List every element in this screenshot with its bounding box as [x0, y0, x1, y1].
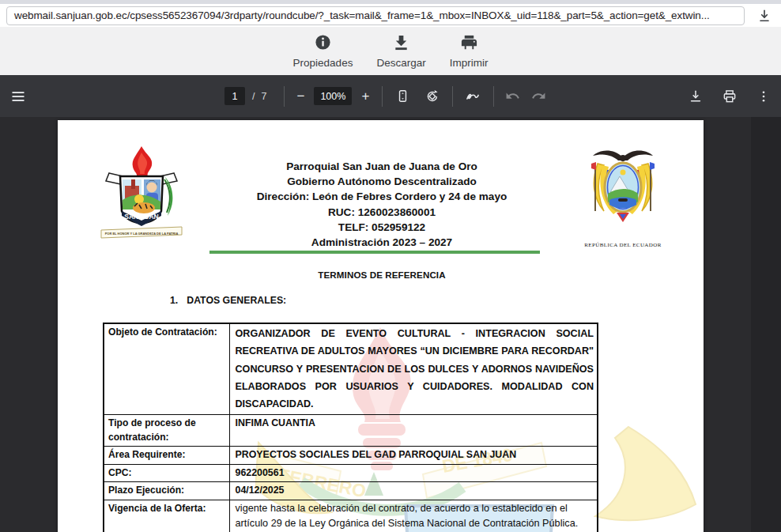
letterhead-line: TELF: 052959122 — [176, 220, 587, 235]
row-label: CPC: — [104, 464, 229, 482]
rotate-icon[interactable] — [424, 89, 440, 104]
separator — [284, 86, 285, 107]
print-icon[interactable] — [722, 89, 738, 104]
address-bar[interactable]: webmail.sanjuan.gob.ec/cpsess5652367094/… — [6, 6, 745, 25]
menu-icon[interactable] — [10, 89, 26, 104]
zoom-in-button[interactable]: + — [361, 89, 369, 103]
url-text: webmail.sanjuan.gob.ec/cpsess5652367094/… — [14, 9, 710, 21]
table-row: CPC: 962200561 — [104, 464, 598, 482]
row-label: Tipo de proceso de contratación: — [104, 415, 229, 447]
page-divider: / — [252, 91, 255, 102]
separator — [382, 86, 383, 107]
row-value: vigente hasta la celebración del contrat… — [229, 500, 598, 532]
ecuador-logo: REPÚBLICA DEL ECUADOR — [579, 146, 666, 248]
table-row: Objeto de Contratación: ORGANIZADOR DE E… — [104, 323, 598, 415]
fit-page-icon[interactable] — [394, 89, 410, 104]
download-icon — [392, 33, 410, 55]
undo-icon[interactable] — [504, 89, 520, 104]
letterhead-line: Dirección: León de Febres Cordero y 24 d… — [176, 189, 587, 204]
table-row: Vigencia de la Oferta: vigente hasta la … — [104, 500, 598, 532]
zoom-level-input[interactable]: 100% — [314, 87, 352, 105]
browser-window: webmail.sanjuan.gob.ec/cpsess5652367094/… — [0, 0, 781, 532]
zoom-out-button[interactable]: − — [296, 89, 304, 103]
row-value: 04/12/2025 — [229, 482, 598, 500]
separator — [493, 86, 494, 107]
row-value: 962200561 — [229, 464, 598, 482]
row-value: PROYECTOS SOCIALES DEL GAD PARROQUIAL SA… — [229, 447, 598, 465]
properties-label: Propiedades — [293, 57, 353, 69]
download-icon[interactable] — [756, 7, 773, 25]
pdf-page: FEBRERO DE 1846 — [58, 120, 704, 532]
republic-label: REPÚBLICA DEL ECUADOR — [579, 242, 666, 248]
letterhead: Parroquial San Juan de Juana de Oro Gobi… — [176, 159, 587, 250]
section-title: DATOS GENERALES: — [187, 295, 286, 306]
section-heading: 1.DATOS GENERALES: — [170, 295, 286, 306]
pdf-viewport: FEBRERO DE 1846 — [0, 117, 781, 532]
row-label: Vigencia de la Oferta: — [104, 500, 229, 532]
svg-text:POR EL HONOR Y LA GRANDEZA DE: POR EL HONOR Y LA GRANDEZA DE LA PATRIA — [105, 232, 179, 236]
row-value: ORGANIZADOR DE EVENTO CULTURAL - INTEGRA… — [229, 323, 598, 415]
zoom-level: 100% — [320, 91, 345, 102]
annotate-icon[interactable] — [465, 89, 481, 104]
page-current: 1 — [232, 91, 238, 102]
redo-icon[interactable] — [530, 89, 546, 104]
download-button[interactable]: Descargar — [376, 33, 425, 69]
info-icon — [314, 33, 332, 55]
separator — [452, 86, 453, 107]
row-label: Plazo Ejecución: — [104, 482, 229, 500]
properties-button[interactable]: Propiedades — [293, 33, 353, 69]
row-label: Objeto de Contratación: — [104, 323, 229, 415]
print-button[interactable]: Imprimir — [450, 33, 489, 69]
datos-generales-table: Objeto de Contratación: ORGANIZADOR DE E… — [103, 323, 598, 532]
address-bar-row: webmail.sanjuan.gob.ec/cpsess5652367094/… — [0, 4, 781, 27]
letterhead-line: Gobierno Autónomo Descentralizado — [176, 174, 587, 189]
letterhead-line: Administración 2023 – 2027 — [176, 235, 587, 250]
document-title: TERMINOS DE REFERENCIA — [176, 270, 587, 280]
section-number: 1. — [170, 295, 178, 306]
svg-text:SAN JUAN: SAN JUAN — [124, 213, 158, 221]
download-icon[interactable] — [688, 89, 704, 104]
scrollbar[interactable] — [751, 117, 781, 532]
table-row: Plazo Ejecución: 04/12/2025 — [104, 482, 598, 500]
print-icon — [460, 33, 478, 55]
row-label: Área Requirente: — [104, 447, 229, 465]
letterhead-line: Parroquial San Juan de Juana de Oro — [176, 159, 587, 174]
page-number-input[interactable]: 1 — [224, 87, 245, 105]
pdf-toolbar: 1 / 7 − 100% + — [0, 75, 781, 117]
letterhead-line: RUC: 1260023860001 — [176, 205, 587, 220]
page-total: 7 — [261, 91, 266, 102]
download-label: Descargar — [376, 57, 425, 69]
san-juan-logo: SAN JUAN POR EL HONOR Y LA GRANDEZA DE L… — [98, 145, 185, 247]
table-row: Tipo de proceso de contratación: INFIMA … — [104, 415, 598, 447]
print-label: Imprimir — [450, 57, 489, 69]
table-row: Área Requirente: PROYECTOS SOCIALES DEL … — [104, 447, 598, 465]
row-value: INFIMA CUANTIA — [229, 415, 598, 447]
more-options-icon[interactable] — [756, 89, 772, 104]
attachment-toolbar: Propiedades Descargar Imprimir — [0, 27, 781, 75]
letterhead-rule — [209, 251, 540, 254]
